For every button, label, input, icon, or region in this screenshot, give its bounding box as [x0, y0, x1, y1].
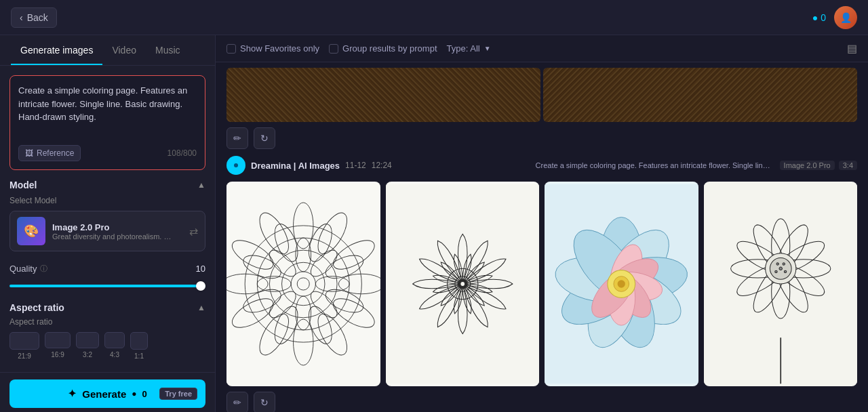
credit-count: 0 — [821, 12, 826, 23]
type-label: Type: All — [447, 43, 480, 54]
aspect-21-9[interactable]: 21:9 — [9, 332, 39, 360]
tab-generate-images[interactable]: Generate images — [11, 35, 102, 65]
main-layout: Generate images Video Music 🖼 Reference … — [0, 35, 868, 412]
aspect-icon-3-2 — [76, 332, 99, 348]
aspect-ratio-header[interactable]: Aspect ratio ▲ — [9, 302, 205, 313]
generate-label: Generate — [82, 388, 126, 400]
aspect-3-2[interactable]: 3:2 — [76, 332, 99, 360]
back-button[interactable]: ‹ Back — [11, 7, 57, 28]
model-section-header[interactable]: Model ▲ — [9, 180, 205, 190]
image-grid — [226, 182, 857, 386]
credit-icon: ● — [812, 12, 818, 23]
edit-button-bottom[interactable]: ✏ — [226, 392, 248, 412]
prompt-footer: 🖼 Reference 108/800 — [18, 145, 197, 161]
tab-music[interactable]: Music — [146, 35, 190, 65]
pencil-icon-bottom: ✏ — [233, 397, 241, 408]
aspect-4-3[interactable]: 4:3 — [104, 332, 125, 360]
svg-point-41 — [460, 282, 465, 287]
refresh-icon-top: ↻ — [260, 133, 269, 144]
aspect-ratio-label: Aspect ratio — [9, 317, 205, 327]
content-area: Show Favorites only Group results by pro… — [216, 35, 868, 412]
image-cell-1[interactable] — [226, 182, 380, 386]
image-cell-4[interactable] — [704, 182, 858, 386]
quality-row: Quality ⓘ 10 — [9, 264, 205, 274]
model-info: Image 2.0 Pro Great diversity and photor… — [52, 222, 182, 241]
image-cell-3[interactable] — [545, 182, 698, 386]
prompt-box: 🖼 Reference 108/800 — [9, 75, 205, 170]
model-description: Great diversity and photorealism. Of... — [52, 232, 174, 241]
image-cell-2[interactable] — [386, 182, 540, 386]
banner-image-left — [226, 68, 540, 122]
svg-point-77 — [778, 267, 782, 270]
reference-button[interactable]: 🖼 Reference — [18, 145, 81, 161]
filter-bar: Show Favorites only Group results by pro… — [216, 35, 868, 62]
type-filter[interactable]: Type: All ▼ — [447, 43, 491, 54]
refresh-button-bottom[interactable]: ↻ — [254, 392, 275, 412]
aspect-ratio-section: Aspect ratio ▲ Aspect ratio 21:9 16:9 — [9, 302, 205, 360]
svg-point-79 — [774, 270, 776, 272]
edit-button-top[interactable]: ✏ — [226, 127, 248, 149]
model-card[interactable]: 🎨 Image 2.0 Pro Great diversity and phot… — [9, 211, 205, 251]
aspect-ratio-title: Aspect ratio — [9, 302, 64, 313]
chevron-up-icon: ▲ — [197, 180, 205, 190]
aspect-icon-16-9 — [45, 332, 71, 348]
generate-credit-icon: ● — [132, 389, 136, 398]
back-label: Back — [27, 12, 48, 23]
result-tags: Create a simple coloring page. Features … — [532, 161, 857, 170]
svg-point-80 — [783, 263, 785, 265]
quality-section: Quality ⓘ 10 — [9, 264, 205, 290]
info-icon: ⓘ — [40, 264, 47, 274]
banner-strip — [226, 68, 857, 122]
generate-bar: ✦ Generate ● 0 Try free — [0, 372, 215, 412]
model-thumbnail: 🎨 — [17, 217, 45, 245]
result-model-tag: Image 2.0 Pro — [780, 161, 835, 170]
chevron-left-icon: ‹ — [20, 12, 23, 23]
chevron-up-icon-aspect: ▲ — [197, 303, 205, 312]
svg-rect-2 — [226, 184, 380, 384]
char-count: 108/800 — [167, 148, 197, 158]
sidebar-tabs: Generate images Video Music — [0, 35, 215, 66]
svg-point-78 — [784, 270, 786, 272]
gallery-scroll[interactable]: ✏ ↻ Dreamina | AI Images — [216, 62, 868, 412]
result-prompt-tag: Create a simple coloring page. Features … — [532, 161, 776, 170]
aspect-16-9[interactable]: 16:9 — [45, 332, 71, 360]
result-source: Dreamina | AI Images — [251, 161, 340, 171]
group-results-label: Group results by prompt — [342, 43, 437, 54]
prompt-textarea[interactable] — [18, 84, 197, 137]
show-favorites-filter[interactable]: Show Favorites only — [226, 43, 319, 54]
group-results-filter[interactable]: Group results by prompt — [329, 43, 437, 54]
result-block: Dreamina | AI Images 11-12 12:24 Create … — [226, 156, 857, 412]
result-avatar — [226, 156, 245, 175]
pencil-icon-top: ✏ — [233, 133, 241, 144]
top-action-row: ✏ ↻ — [226, 127, 857, 149]
quality-slider[interactable] — [9, 285, 205, 287]
banner-image-right — [543, 68, 857, 122]
group-results-checkbox[interactable] — [329, 44, 338, 54]
chevron-down-icon: ▼ — [484, 45, 491, 52]
topbar: ‹ Back ● 0 👤 — [0, 0, 868, 35]
sidebar: Generate images Video Music 🖼 Reference … — [0, 35, 216, 412]
aspect-icon-1-1 — [130, 332, 148, 350]
grid-view-icon[interactable]: ▤ — [847, 42, 857, 55]
aspect-grid: 21:9 16:9 3:2 4:3 — [9, 332, 205, 360]
aspect-icon-21-9 — [9, 332, 39, 350]
show-favorites-label: Show Favorites only — [240, 43, 319, 54]
sidebar-content: 🖼 Reference 108/800 Model ▲ Select Model… — [0, 66, 215, 372]
result-date: 11-12 — [345, 161, 366, 170]
svg-point-60 — [618, 280, 625, 287]
model-section: Model ▲ Select Model 🎨 Image 2.0 Pro Gre… — [9, 180, 205, 251]
avatar[interactable]: 👤 — [834, 6, 857, 29]
image-icon: 🖼 — [25, 148, 33, 158]
model-name: Image 2.0 Pro — [52, 222, 182, 232]
result-ratio-tag: 3:4 — [839, 161, 857, 170]
aspect-icon-4-3 — [104, 332, 125, 348]
quality-label: Quality ⓘ — [9, 264, 47, 274]
reference-label: Reference — [37, 148, 74, 158]
try-free-badge: Try free — [159, 388, 197, 400]
bottom-action-row: ✏ ↻ — [226, 392, 857, 412]
aspect-1-1[interactable]: 1:1 — [130, 332, 148, 360]
generate-button[interactable]: ✦ Generate ● 0 Try free — [9, 379, 205, 408]
refresh-button-top[interactable]: ↻ — [254, 127, 275, 149]
tab-video[interactable]: Video — [102, 35, 146, 65]
favorites-checkbox[interactable] — [226, 44, 236, 54]
